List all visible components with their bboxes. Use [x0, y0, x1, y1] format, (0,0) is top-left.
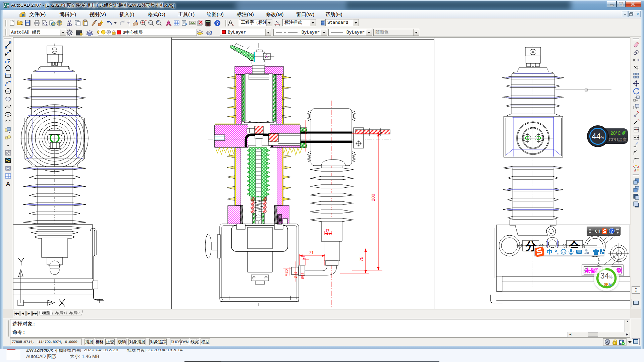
svg-text:2: 2 — [303, 256, 305, 259]
svg-text:中: 中 — [547, 249, 552, 255]
svg-text:Ø16: Ø16 — [301, 273, 305, 279]
svg-text:,: , — [557, 249, 558, 255]
svg-text:?: ? — [216, 20, 219, 26]
svg-text:Ø24: Ø24 — [294, 272, 298, 278]
svg-text:71: 71 — [309, 250, 314, 255]
svg-text:M20: M20 — [284, 269, 288, 277]
svg-text:A: A — [6, 180, 10, 187]
svg-text:?: ? — [610, 229, 613, 234]
svg-text:CH: CH — [595, 229, 600, 234]
svg-text:16: 16 — [587, 252, 589, 254]
svg-text:17: 17 — [325, 229, 329, 233]
svg-text:280: 280 — [371, 194, 376, 201]
svg-text:75: 75 — [359, 257, 364, 261]
svg-text:3中心线层: 3中心线层 — [123, 30, 143, 35]
